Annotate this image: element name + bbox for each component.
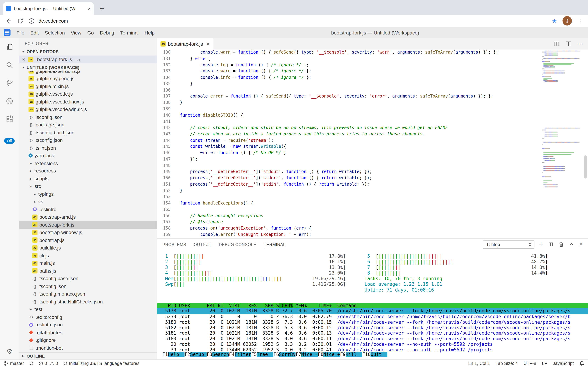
outline-header[interactable]: ▸ OUTLINE xyxy=(19,352,157,359)
git-branch-item[interactable]: master xyxy=(4,361,24,366)
close-panel-icon[interactable]: × xyxy=(579,242,583,247)
tree-item[interactable]: {}package.json xyxy=(19,121,157,129)
tree-item[interactable]: {}tsconfig.monaco.json xyxy=(19,290,157,298)
tree-item[interactable]: JSgulpfile.hygiene.js xyxy=(19,75,157,83)
settings-gear-icon[interactable]: ⚙ xyxy=(6,347,12,355)
tree-item[interactable]: ▸scripts xyxy=(19,175,157,183)
kill-terminal-icon[interactable] xyxy=(558,242,564,247)
menu-edit[interactable]: Edit xyxy=(27,29,42,37)
new-terminal-icon[interactable]: + xyxy=(539,241,543,247)
debug-disabled-icon[interactable] xyxy=(5,96,14,106)
json-icon: {} xyxy=(32,284,37,289)
panel-tab-debug-console[interactable]: DEBUG CONSOLE xyxy=(219,240,256,249)
browser-tab[interactable]: bootstrap-fork.js — Untitled (W × xyxy=(3,2,94,15)
panel-tab-problems[interactable]: PROBLEMS xyxy=(162,240,186,249)
tree-item[interactable]: ▸test xyxy=(19,306,157,313)
layout-icon[interactable] xyxy=(565,41,572,47)
workspace-header[interactable]: ▾ UNTITLED (WORKSPACE) xyxy=(19,63,157,71)
tree-item[interactable]: .eslintrc.json xyxy=(19,321,157,329)
code-line: process['__defineGetter__']('stdin', fun… xyxy=(180,181,498,188)
tab-close-icon[interactable]: × xyxy=(88,6,91,11)
menu-debug[interactable]: Debug xyxy=(97,29,117,37)
tree-item[interactable]: {}tsconfig.strictNullChecks.json xyxy=(19,298,157,306)
tree-item[interactable]: ▸typings xyxy=(19,190,157,198)
tree-item-label: tsconfig.base.json xyxy=(39,276,78,281)
more-actions-icon[interactable]: ⋯ xyxy=(577,41,583,47)
tree-item[interactable]: {}tsconfig.build.json xyxy=(19,129,157,136)
tree-item[interactable]: JSbootstrap-window.js xyxy=(19,229,157,236)
tree-item[interactable]: .eslintrc xyxy=(19,206,157,213)
source-control-icon[interactable] xyxy=(5,78,14,88)
search-icon[interactable] xyxy=(5,60,14,70)
terminal-select[interactable]: 1: htop xyxy=(482,240,534,249)
split-terminal-icon[interactable] xyxy=(548,242,553,247)
bookmark-star-icon[interactable]: ★ xyxy=(552,17,557,24)
indentation[interactable]: Tab Size: 4 xyxy=(496,361,518,366)
menu-selection[interactable]: Selection xyxy=(42,29,68,37)
eol[interactable]: LF xyxy=(542,361,547,366)
cursor-position[interactable]: Ln 1, Col 1 xyxy=(468,361,490,366)
browser-menu-icon[interactable]: ⋮ xyxy=(578,18,583,24)
menu-view[interactable]: View xyxy=(68,29,84,37)
tree-item[interactable]: .gitignore xyxy=(19,336,157,344)
menu-help[interactable]: Help xyxy=(142,29,158,37)
menu-go[interactable]: Go xyxy=(84,29,97,37)
tree-item[interactable]: JSbootstrap.js xyxy=(19,236,157,244)
maximize-panel-icon[interactable] xyxy=(569,242,574,247)
tree-item[interactable]: ▸extensions xyxy=(19,159,157,167)
tree-item[interactable]: {}jsconfig.json xyxy=(19,113,157,121)
tree-item[interactable]: JSmain.js xyxy=(19,259,157,267)
tree-item[interactable]: JSgulpfile.vscode.js xyxy=(19,90,157,98)
language-status-item[interactable]: Initializing JS/TS language features xyxy=(63,361,140,366)
tree-item[interactable]: JSgulpfile.vscode.win32.js xyxy=(19,106,157,113)
tree-item[interactable]: JSpaths.js xyxy=(19,267,157,275)
problems-item[interactable]: 0 ⚠ 0 xyxy=(39,361,58,366)
open-editor-item[interactable]: × JS bootstrap-fork.js src xyxy=(19,56,157,63)
tree-item[interactable]: ⚙.editorconfig xyxy=(19,313,157,321)
extensions-icon[interactable] xyxy=(5,114,14,124)
encoding[interactable]: UTF-8 xyxy=(523,361,536,366)
minimap[interactable] xyxy=(541,50,583,238)
close-icon[interactable]: × xyxy=(22,57,26,62)
terminal[interactable]: 1 [|||||||||| 17.8%] 2 [||||||||| 16.1%]… xyxy=(157,250,588,359)
tree-item[interactable]: {}tslint.json xyxy=(19,144,157,152)
tree-item[interactable]: ▾src xyxy=(19,183,157,190)
tree-item[interactable]: JSbootstrap-amd.js xyxy=(19,213,157,221)
scrollbar-thumb[interactable] xyxy=(584,155,587,179)
editor-tab[interactable]: JS bootstrap-fork.js × xyxy=(157,38,213,50)
code-line xyxy=(180,87,498,93)
tree-item[interactable]: ▸resources xyxy=(19,167,157,175)
tree-item[interactable]: {}tsconfig.base.json xyxy=(19,275,157,283)
code-editor[interactable]: 1301311321331341351361371381391401411421… xyxy=(157,50,588,238)
reload-icon[interactable] xyxy=(17,18,23,24)
tree-item[interactable]: JSgulpfile.mixin.js xyxy=(19,83,157,90)
sync-item[interactable] xyxy=(29,361,33,366)
split-editor-icon[interactable] xyxy=(553,41,560,47)
notifications-bell-icon[interactable] xyxy=(580,361,584,366)
tree-item[interactable]: Yyarn.lock xyxy=(19,152,157,159)
menu-terminal[interactable]: Terminal xyxy=(117,29,142,37)
explorer-icon[interactable] xyxy=(5,42,14,52)
open-editors-header[interactable]: ▾ OPEN EDITORS xyxy=(19,48,157,56)
tree-item[interactable]: JSbootstrap-fork.js xyxy=(19,221,157,229)
address-bar[interactable]: i ide.coder.com xyxy=(29,18,546,24)
tree-item[interactable]: JSbuildfile.js xyxy=(19,244,157,252)
panel-tab-output[interactable]: OUTPUT xyxy=(194,240,211,249)
telemetry-off-badge[interactable]: Off xyxy=(4,138,14,144)
tree-item[interactable]: ▸vs xyxy=(19,198,157,206)
back-icon[interactable] xyxy=(5,18,12,24)
tree-item[interactable]: {}tsconfig.json xyxy=(19,136,157,144)
tree-item[interactable]: .mention-bot xyxy=(19,344,157,352)
tab-close-icon[interactable]: × xyxy=(207,41,210,47)
avatar[interactable]: J xyxy=(563,16,572,25)
tree-item[interactable]: JSgulpfile.extensions.js xyxy=(19,71,157,75)
panel-tab-terminal[interactable]: TERMINAL xyxy=(264,240,286,249)
site-info-icon[interactable]: i xyxy=(29,18,34,24)
tree-item[interactable]: JSgulpfile.vscode.linux.js xyxy=(19,98,157,106)
tree-item[interactable]: JScli.js xyxy=(19,252,157,259)
language-mode[interactable]: JavaScript xyxy=(553,361,574,366)
new-tab-button[interactable]: + xyxy=(97,3,107,14)
tree-item[interactable]: .gitattributes xyxy=(19,329,157,336)
menu-file[interactable]: File xyxy=(14,29,27,37)
tree-item[interactable]: {}tsconfig.json xyxy=(19,283,157,290)
